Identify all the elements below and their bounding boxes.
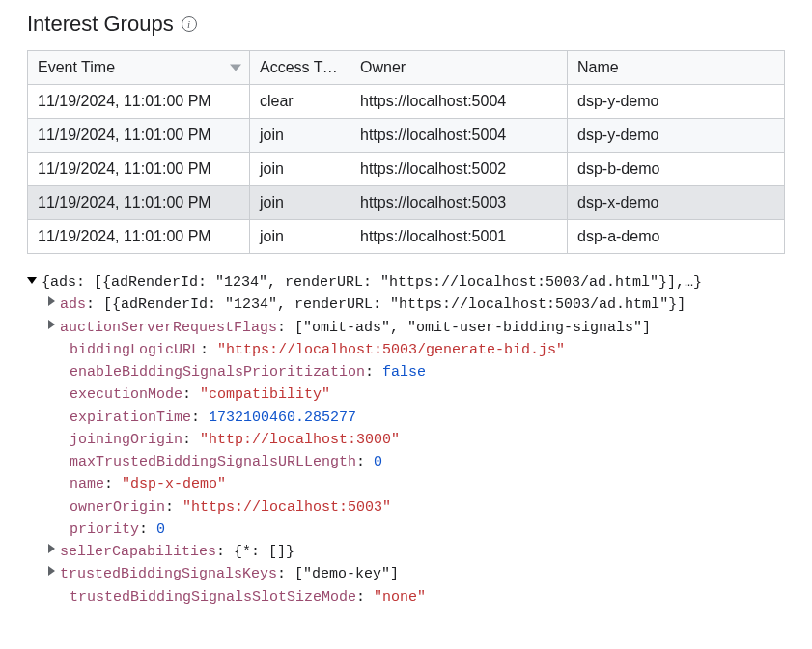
tree-value: "compatibility"	[200, 386, 330, 403]
caret-right-icon	[48, 566, 55, 576]
table-cell: clear	[250, 85, 350, 119]
table-row[interactable]: 11/19/2024, 11:01:00 PMjoinhttps://local…	[28, 119, 785, 153]
col-header-access-type[interactable]: Access Ty…	[250, 51, 350, 85]
tree-key: expirationTime	[70, 409, 191, 426]
table-cell: dsp-a-demo	[568, 220, 785, 254]
table-row[interactable]: 11/19/2024, 11:01:00 PMjoinhttps://local…	[28, 220, 785, 254]
tree-key: trustedBiddingSignalsSlotSizeMode	[70, 589, 356, 606]
tree-prop-seller-cap[interactable]: sellerCapabilities: {*: []}	[27, 541, 785, 563]
tree-key: enableBiddingSignalsPrioritization	[70, 364, 365, 381]
page-title: Interest Groups	[27, 12, 174, 37]
tree-key: trustedBiddingSignalsKeys	[60, 566, 277, 582]
tree-prop-enable-bsp[interactable]: enableBiddingSignalsPrioritization: fals…	[27, 361, 785, 383]
tree-prop-name[interactable]: name: "dsp-x-demo"	[27, 473, 785, 495]
tree-value: 0	[156, 522, 165, 538]
sort-desc-icon	[230, 65, 241, 71]
caret-right-icon	[48, 296, 55, 306]
tree-key: executionMode	[70, 386, 182, 403]
table-cell: 11/19/2024, 11:01:00 PM	[28, 85, 250, 119]
table-row[interactable]: 11/19/2024, 11:01:00 PMjoinhttps://local…	[28, 186, 785, 220]
tree-prop-owner-origin[interactable]: ownerOrigin: "https://localhost:5003"	[27, 496, 785, 519]
col-header-name[interactable]: Name	[568, 51, 785, 85]
tree-prop-bidding-url[interactable]: biddingLogicURL: "https://localhost:5003…	[27, 339, 785, 361]
tree-value: ["demo-key"]	[294, 566, 399, 582]
tree-value: ["omit-ads", "omit-user-bidding-signals"…	[294, 320, 651, 336]
table-cell: https://localhost:5004	[350, 85, 568, 119]
tree-prop-tbs-slot-mode[interactable]: trustedBiddingSignalsSlotSizeMode: "none…	[27, 586, 785, 608]
table-cell: join	[250, 220, 350, 254]
tree-prop-joining-origin[interactable]: joiningOrigin: "http://localhost:3000"	[27, 429, 785, 451]
tree-prop-expiration[interactable]: expirationTime: 1732100460.285277	[27, 407, 785, 429]
tree-key: name	[70, 476, 104, 493]
table-row[interactable]: 11/19/2024, 11:01:00 PMjoinhttps://local…	[28, 153, 785, 186]
tree-prop-tbs-keys[interactable]: trustedBiddingSignalsKeys: ["demo-key"]	[27, 563, 785, 585]
tree-value: false	[382, 364, 426, 381]
table-cell: https://localhost:5004	[350, 119, 568, 153]
info-icon[interactable]: i	[182, 16, 197, 32]
tree-key: auctionServerRequestFlags	[60, 320, 277, 336]
tree-key: ads	[60, 296, 86, 313]
caret-down-icon	[27, 277, 37, 284]
tree-prop-auction-flags[interactable]: auctionServerRequestFlags: ["omit-ads", …	[27, 317, 785, 339]
table-cell: dsp-y-demo	[568, 85, 785, 119]
col-header-event-time[interactable]: Event Time	[28, 51, 250, 85]
tree-value: "https://localhost:5003"	[182, 499, 391, 516]
table-cell: 11/19/2024, 11:01:00 PM	[28, 186, 250, 220]
tree-value: "https://localhost:5003/generate-bid.js"	[217, 342, 565, 358]
tree-value: 1732100460.285277	[209, 409, 356, 426]
tree-key: maxTrustedBiddingSignalsURLLength	[70, 454, 356, 470]
table-header-row: Event Time Access Ty… Owner Name	[28, 51, 785, 85]
caret-right-icon	[48, 320, 55, 329]
table-cell: dsp-y-demo	[568, 119, 785, 153]
tree-prop-max-url-len[interactable]: maxTrustedBiddingSignalsURLLength: 0	[27, 451, 785, 473]
tree-value: "none"	[374, 589, 426, 606]
table-cell: https://localhost:5001	[350, 220, 568, 254]
tree-value: "http://localhost:3000"	[200, 432, 400, 448]
table-cell: https://localhost:5002	[350, 153, 568, 186]
table-cell: dsp-x-demo	[568, 186, 785, 220]
tree-prop-exec-mode[interactable]: executionMode: "compatibility"	[27, 383, 785, 406]
table-cell: https://localhost:5003	[350, 186, 568, 220]
tree-key: ownerOrigin	[70, 499, 165, 516]
tree-value: {*: []}	[234, 544, 294, 560]
tree-root[interactable]: {ads: [{adRenderId: "1234", renderURL: "…	[27, 271, 785, 294]
panel-header: Interest Groups i	[27, 12, 785, 37]
table-cell: 11/19/2024, 11:01:00 PM	[28, 119, 250, 153]
table-row[interactable]: 11/19/2024, 11:01:00 PMclearhttps://loca…	[28, 85, 785, 119]
table-cell: join	[250, 186, 350, 220]
tree-summary: {ads: [{adRenderId: "1234", renderURL: "…	[42, 274, 702, 291]
table-cell: dsp-b-demo	[568, 153, 785, 186]
tree-key: biddingLogicURL	[70, 342, 200, 358]
tree-prop-ads[interactable]: ads: [{adRenderId: "1234", renderURL: "h…	[27, 294, 785, 316]
tree-value: 0	[374, 454, 382, 470]
tree-key: priority	[70, 522, 139, 538]
tree-prop-priority[interactable]: priority: 0	[27, 519, 785, 541]
caret-right-icon	[48, 544, 55, 553]
tree-value: "dsp-x-demo"	[122, 476, 226, 493]
object-tree: {ads: [{adRenderId: "1234", renderURL: "…	[27, 271, 785, 608]
table-cell: join	[250, 119, 350, 153]
col-header-label: Event Time	[38, 59, 115, 75]
table-cell: 11/19/2024, 11:01:00 PM	[28, 220, 250, 254]
table-cell: 11/19/2024, 11:01:00 PM	[28, 153, 250, 186]
tree-value: [{adRenderId: "1234", renderURL: "https:…	[103, 296, 686, 313]
col-header-owner[interactable]: Owner	[350, 51, 568, 85]
events-table: Event Time Access Ty… Owner Name 11/19/2…	[27, 50, 785, 254]
tree-key: sellerCapabilities	[60, 544, 216, 560]
tree-key: joiningOrigin	[70, 432, 182, 448]
table-cell: join	[250, 153, 350, 186]
